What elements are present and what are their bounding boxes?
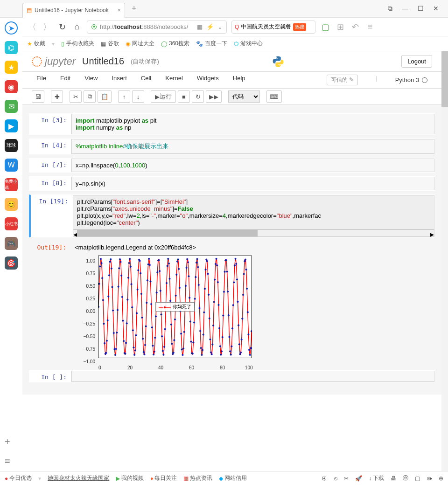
- bb-video[interactable]: ▶我的视频: [116, 474, 144, 482]
- bm-google[interactable]: ▦谷歌: [101, 40, 119, 48]
- svg-point-80: [159, 270, 161, 272]
- copy-button[interactable]: ⧉: [84, 90, 96, 103]
- bb-rocket-icon[interactable]: 🚀: [355, 475, 362, 482]
- ext-icon[interactable]: ▢: [320, 22, 330, 32]
- bm-baidu[interactable]: 🐾百度一下: [196, 40, 227, 48]
- menu-file[interactable]: File: [36, 75, 46, 85]
- close-tab-icon[interactable]: ×: [118, 7, 121, 14]
- bb-phone-icon[interactable]: ⎋: [334, 475, 337, 482]
- bb-sound-icon[interactable]: 🕪: [427, 475, 432, 482]
- svg-point-44: [131, 306, 133, 308]
- bb-hotinfo[interactable]: ▦热点资讯: [183, 474, 212, 482]
- doc-icon[interactable]: W: [5, 159, 18, 172]
- keyboard-button[interactable]: ⌨: [266, 90, 282, 103]
- bb-dayfocus[interactable]: ♦每日关注: [150, 474, 177, 482]
- weibo-icon[interactable]: ◉: [5, 80, 18, 93]
- qr-icon[interactable]: ▦: [197, 23, 203, 30]
- logout-button[interactable]: Logout: [401, 55, 432, 68]
- code-cell-19[interactable]: In [19]: plt.rcParams["font.sans-serif"]…: [29, 194, 435, 237]
- bb-cam-icon[interactable]: ✂: [344, 475, 349, 482]
- dropdown-icon[interactable]: ⌄: [217, 23, 223, 30]
- autosave-label: (自动保存): [131, 57, 159, 66]
- close-window-icon[interactable]: ✕: [433, 5, 439, 13]
- code-cell-7[interactable]: In [7]: x=np.linspace(0,100,1000): [29, 158, 435, 173]
- v-scrollbar[interactable]: [441, 51, 448, 471]
- bm-360[interactable]: ◯360搜索: [161, 40, 189, 48]
- add-sidebar-icon[interactable]: +: [5, 436, 10, 447]
- apps-icon[interactable]: ⊞: [335, 22, 345, 32]
- notebook-title[interactable]: Untitled16: [82, 56, 124, 67]
- menu-edit[interactable]: Edit: [60, 75, 70, 85]
- code-cell-4[interactable]: In [4]: %matplotlib inline#确保能展示出来: [29, 139, 435, 154]
- menu-help[interactable]: Help: [233, 75, 245, 85]
- menu-kernel[interactable]: Kernel: [165, 75, 183, 85]
- jupyter-logo[interactable]: jupyter: [32, 55, 76, 68]
- svg-point-70: [151, 326, 153, 328]
- list-sidebar-icon[interactable]: ≡: [5, 456, 10, 466]
- bb-download[interactable]: ↓ 下载: [369, 474, 384, 482]
- menu-view[interactable]: View: [84, 75, 98, 85]
- reload-icon[interactable]: ↻: [57, 22, 67, 32]
- run-button[interactable]: ▶运行: [151, 90, 176, 103]
- video-icon[interactable]: ▶: [5, 119, 18, 132]
- game-icon-3[interactable]: 🎯: [5, 256, 18, 270]
- grid-icon[interactable]: 球球: [5, 139, 18, 152]
- bm-mobile[interactable]: ▯手机收藏夹: [61, 40, 94, 48]
- fastforward-button[interactable]: ▶▶: [206, 90, 222, 103]
- search-box[interactable]: Q 中国航天员太空就餐 热搜: [231, 21, 315, 34]
- flash-icon[interactable]: ⚡: [206, 23, 214, 30]
- game-icon-2[interactable]: 🎮: [5, 237, 18, 250]
- bm-game[interactable]: ⌬游戏中心: [234, 40, 263, 48]
- add-cell-button[interactable]: ✚: [51, 90, 63, 103]
- game-icon-1[interactable]: 😊: [5, 198, 18, 211]
- bm-fav[interactable]: ★收藏: [27, 40, 45, 48]
- browser-tab[interactable]: ▤ Untitled16 - Jupyter Notebook ×: [22, 3, 125, 18]
- cut-button[interactable]: ✂: [70, 90, 82, 103]
- new-tab-button[interactable]: +: [132, 4, 137, 14]
- bb-shield-icon[interactable]: ⛨: [322, 475, 328, 482]
- stop-button[interactable]: ■: [178, 90, 190, 103]
- svg-point-172: [229, 350, 231, 352]
- bm-netall[interactable]: ◉网址大全: [126, 40, 154, 48]
- undo-icon[interactable]: ↶: [350, 22, 360, 32]
- compass-icon[interactable]: ➤: [5, 21, 18, 35]
- menu-insert[interactable]: Insert: [112, 75, 127, 85]
- mail-icon[interactable]: ✉: [5, 100, 18, 113]
- trusted-label[interactable]: 可信的 ✎: [327, 75, 358, 85]
- bb-today[interactable]: ●今日优选: [5, 474, 32, 482]
- paste-button[interactable]: 📋: [98, 90, 112, 103]
- move-up-button[interactable]: ↑: [118, 90, 130, 103]
- url-input[interactable]: ⦿ http://localhost:8888/notebooks/ ▦ ⚡ ⌄: [87, 21, 227, 34]
- code-cell-3[interactable]: In [3]: import matplotlib.pyplot as plt …: [29, 113, 435, 135]
- bb-zoom-icon[interactable]: ⊕: [439, 475, 443, 482]
- app-icon-1[interactable]: ⌬: [5, 41, 18, 54]
- minimize-icon[interactable]: —: [402, 5, 408, 13]
- kernel-indicator[interactable]: Python 3: [395, 75, 427, 85]
- bb-window-icon[interactable]: ▢: [415, 475, 420, 482]
- code-cell-empty[interactable]: In [ ]:: [29, 370, 435, 382]
- back-icon[interactable]: 〈: [27, 21, 37, 33]
- move-down-button[interactable]: ↓: [132, 90, 144, 103]
- bb-hotnews[interactable]: 她因身材太火辣无缘国家: [48, 474, 109, 482]
- pip-icon[interactable]: ⧉: [388, 5, 392, 13]
- h-scrollbar[interactable]: ◂▸: [73, 229, 434, 237]
- menu-cell[interactable]: Cell: [141, 75, 151, 85]
- bb-e-icon[interactable]: ⓔ: [403, 474, 408, 482]
- svg-point-59: [143, 351, 145, 353]
- menu-widgets[interactable]: Widgets: [197, 75, 219, 85]
- svg-point-29: [120, 261, 122, 263]
- bb-print-icon[interactable]: 🖶: [391, 475, 396, 482]
- forward-icon[interactable]: 〉: [42, 21, 52, 33]
- svg-point-167: [225, 259, 227, 261]
- menu-icon[interactable]: ≡: [365, 22, 375, 32]
- cell-type-select[interactable]: 代码: [228, 90, 260, 103]
- red-app-icon[interactable]: 小红书: [5, 217, 18, 230]
- code-cell-8[interactable]: In [8]: y=np.sin(x): [29, 176, 435, 191]
- save-button[interactable]: 🖫: [32, 90, 44, 103]
- restart-button[interactable]: ↻: [192, 90, 204, 103]
- home-icon[interactable]: ⌂: [72, 22, 82, 32]
- bb-sitecredit[interactable]: ◆网站信用: [219, 474, 247, 482]
- novel-icon[interactable]: 免费小说: [5, 178, 18, 191]
- maximize-icon[interactable]: ☐: [418, 5, 424, 13]
- star-icon[interactable]: ★: [5, 61, 18, 74]
